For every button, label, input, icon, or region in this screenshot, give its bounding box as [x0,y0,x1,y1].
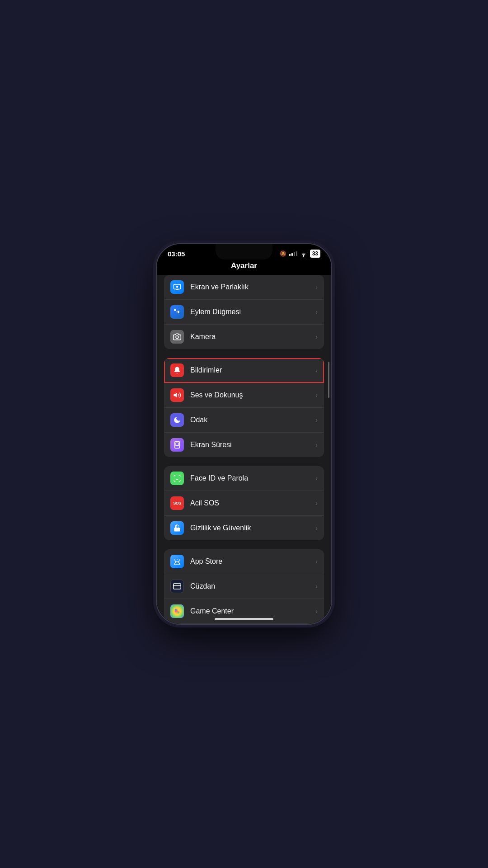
kamera-label: Kamera [190,333,315,341]
phone-frame: 03:05 🔕 33 Ay [156,243,332,625]
privacy-icon [170,521,184,535]
faceid-label: Face ID ve Parola [190,474,315,482]
svg-marker-4 [174,393,177,398]
settings-row-ekran[interactable]: Ekran ve Parlaklık › [164,275,324,300]
gamecenter-label: Game Center [190,607,315,615]
svg-point-9 [178,612,180,614]
settings-row-gizlilik[interactable]: Gizlilik ve Güvenlik › [164,516,324,540]
chevron-icon: › [315,367,318,374]
gizlilik-label: Gizlilik ve Güvenlik [190,524,315,532]
display-group: Ekran ve Parlaklık › Eylem Düğmesi › [164,275,324,349]
screentime-icon [170,438,184,452]
svg-point-3 [176,336,178,339]
signal-icon [289,251,297,256]
page-title: Ayarlar [157,259,331,275]
settings-row-sos[interactable]: SOS Acil SOS › [164,491,324,516]
notif-icon [170,363,184,377]
settings-row-odak[interactable]: Odak › [164,408,324,433]
chevron-icon: › [315,524,318,532]
time: 03:05 [168,250,185,258]
focus-icon [170,413,184,427]
display-icon [170,280,184,294]
sos-icon: SOS [170,496,184,510]
action-icon [170,305,184,319]
services-group: App Store › Cüzdan › [164,549,324,624]
notif-group: Bildirimler › Ses ve Dokunuş › [164,358,324,457]
settings-row-cuzdan[interactable]: Cüzdan › [164,574,324,599]
sound-icon [170,388,184,402]
ses-label: Ses ve Dokunuş [190,391,315,399]
svg-point-10 [175,609,177,611]
settings-row-ses[interactable]: Ses ve Dokunuş › [164,383,324,408]
svg-rect-6 [174,584,181,589]
eylem-label: Eylem Düğmesi [190,308,315,316]
chevron-icon: › [315,583,318,590]
wallet-icon [170,580,184,593]
status-icons: 🔕 33 [280,250,320,258]
chevron-icon: › [315,308,318,316]
chevron-icon: › [315,475,318,482]
settings-row-faceid[interactable]: Face ID ve Parola › [164,466,324,491]
chevron-icon: › [315,416,318,424]
appstore-icon [170,555,184,568]
faceid-icon [170,472,184,485]
camera-icon [170,330,184,344]
settings-row-bildirimler[interactable]: Bildirimler › [164,358,324,383]
wifi-icon [300,251,307,256]
settings-row-appstore[interactable]: App Store › [164,549,324,574]
battery-indicator: 33 [310,250,320,258]
appstore-label: App Store [190,557,315,566]
home-indicator [215,618,273,620]
ekran-label: Ekran ve Parlaklık [190,283,315,291]
chevron-icon: › [315,283,318,291]
bildirimler-label: Bildirimler [190,366,315,374]
status-bar: 03:05 🔕 33 [157,244,331,259]
scroll-indicator [328,362,329,398]
cuzdan-label: Cüzdan [190,582,315,590]
chevron-icon: › [315,441,318,448]
chevron-icon: › [315,333,318,340]
svg-point-0 [303,256,304,257]
svg-point-8 [178,609,180,611]
settings-row-eylem[interactable]: Eylem Düğmesi › [164,300,324,325]
chevron-icon: › [315,500,318,507]
settings-list[interactable]: Ekran ve Parlaklık › Eylem Düğmesi › [157,275,331,624]
settings-row-ekransuresi[interactable]: Ekran Süresi › [164,433,324,457]
gamecenter-icon [170,604,184,618]
mute-icon: 🔕 [280,250,286,257]
odak-label: Odak [190,416,315,424]
chevron-icon: › [315,558,318,565]
ekransuresi-label: Ekran Süresi [190,441,315,449]
chevron-icon: › [315,392,318,399]
sos-label: Acil SOS [190,499,315,507]
battery-level: 33 [312,250,318,257]
chevron-icon: › [315,608,318,615]
security-group: Face ID ve Parola › SOS Acil SOS › Gizli… [164,466,324,540]
svg-rect-5 [175,442,180,448]
settings-row-kamera[interactable]: Kamera › [164,325,324,349]
screen: 03:05 🔕 33 Ay [157,244,331,624]
svg-point-2 [176,286,178,288]
